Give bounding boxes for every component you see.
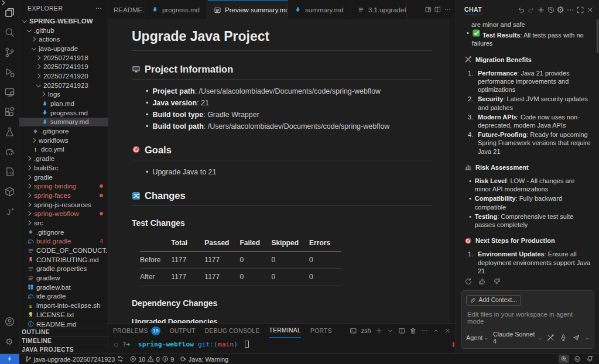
testing-icon[interactable] (0, 122, 19, 142)
undo-icon[interactable] (517, 6, 525, 14)
new-chat-icon[interactable] (537, 6, 545, 14)
tree-item-.gitignore[interactable]: .gitignore (19, 228, 108, 237)
search-icon[interactable] (0, 22, 19, 42)
shell-label[interactable]: zsh (361, 327, 371, 334)
source-control-icon[interactable] (0, 42, 19, 62)
tree-item-license.txt[interactable]: LICENSE.txt (19, 310, 108, 320)
tree-item-readme.md[interactable]: README.md (19, 320, 108, 328)
output-log-icon[interactable]: LOG (0, 162, 19, 181)
retry-icon[interactable] (464, 277, 473, 286)
tree-item-202507241918[interactable]: 202507241918 (19, 53, 108, 63)
terminal[interactable]: ○ ?➜ spring-webflow git:(main) (108, 338, 456, 353)
tab-progress.md[interactable]: progress.md (145, 0, 208, 19)
tree-item-build.gradle[interactable]: build.gradle4 (19, 237, 108, 246)
mic-icon[interactable] (559, 334, 567, 342)
kill-terminal-icon[interactable] (409, 327, 417, 335)
tab-preview-summary.md[interactable]: Preview summary.md× (208, 0, 288, 19)
chat-history-icon[interactable] (547, 6, 555, 14)
tree-item-code_of_conduct.adoc[interactable]: CODE_OF_CONDUCT.adoc (19, 246, 108, 255)
split-editor-icon[interactable] (434, 6, 441, 13)
panel-tab-terminal[interactable]: TERMINAL (269, 324, 301, 338)
sidebar-section-java-projects[interactable]: JAVA PROJECTS (19, 345, 108, 353)
maximize-panel-icon[interactable] (432, 327, 440, 335)
tree-item-spring-js-resources[interactable]: spring-js-resources (19, 200, 108, 210)
tree-item-workflows[interactable]: workflows (19, 136, 108, 145)
settings-icon[interactable]: ⚙ (0, 331, 19, 351)
sync-icon[interactable] (117, 355, 124, 363)
send-dropdown-icon[interactable]: ⌄ (585, 335, 589, 341)
preview-scrollbar[interactable] (450, 19, 456, 323)
branch-status[interactable]: java-upgrade-202507241923 (25, 355, 124, 363)
problems-status[interactable]: 10 0 9 (129, 355, 174, 363)
new-terminal-icon[interactable] (375, 327, 383, 335)
panel-tab-problems[interactable]: PROBLEMS19 (113, 324, 160, 338)
tools-icon[interactable] (546, 334, 554, 342)
remote-explorer-icon[interactable] (0, 82, 19, 102)
panel-tab-ports[interactable]: PORTS (310, 324, 332, 338)
chat-more-icon[interactable] (566, 6, 574, 14)
tree-item-contributing.md[interactable]: CONTRIBUTING.md (19, 255, 108, 265)
tree-item-logs[interactable]: logs (19, 90, 108, 99)
tree-item-spring-binding[interactable]: spring-binding (19, 181, 108, 191)
tree-item-progress.md[interactable]: progress.md (19, 108, 108, 118)
chat-expand-icon[interactable] (576, 6, 584, 14)
tree-item-summary.md[interactable]: summary.md (19, 118, 108, 127)
close-panel-icon[interactable] (444, 327, 451, 335)
tree-item-src[interactable]: src (19, 218, 108, 228)
run-debug-icon[interactable] (0, 62, 19, 82)
tree-item-buildsrc[interactable]: buildSrc (19, 163, 108, 173)
chat-tab[interactable]: CHAT (464, 4, 482, 15)
tree-item-spring-webflow[interactable]: spring-webflow (19, 209, 108, 218)
remote-indicator[interactable] (0, 354, 19, 364)
notifications-bell-icon[interactable] (586, 355, 594, 363)
tree-item-gradlew.bat[interactable]: gradlew.bat (19, 283, 108, 292)
tree-item-gradle.properties[interactable]: gradle.properties (19, 265, 108, 274)
tree-item-spring-webflow[interactable]: SPRING-WEBFLOW (19, 16, 108, 26)
tree-item-gradle[interactable]: gradle (19, 173, 108, 182)
chat-close-icon[interactable] (586, 6, 594, 14)
sidebar-section-timeline[interactable]: TIMELINE (19, 336, 108, 345)
tree-item-202507241919[interactable]: 202507241919 (19, 62, 108, 71)
tree-item-dco.yml[interactable]: !dco.yml (19, 145, 108, 154)
gradle-icon[interactable] (0, 142, 19, 162)
tree-item-202507241920[interactable]: 202507241920 (19, 71, 108, 81)
more-icon[interactable] (444, 6, 451, 13)
java-status[interactable]: Java: Warning (179, 355, 228, 363)
tree-item-actions[interactable]: actions (19, 35, 108, 44)
open-preview-icon[interactable] (425, 6, 432, 13)
panel-tab-output[interactable]: OUTPUT (170, 324, 196, 338)
zoom-in-button[interactable] (559, 355, 570, 363)
thumbs-down-icon[interactable] (492, 277, 501, 286)
tab-readme.md[interactable]: README.md (108, 0, 145, 19)
accounts-icon[interactable] (0, 311, 19, 331)
redo-icon[interactable] (527, 6, 535, 14)
thumbs-up-icon[interactable] (478, 277, 487, 286)
chat-input-placeholder[interactable]: Edit files in your workspace in agent mo… (466, 311, 589, 325)
chat-settings-icon[interactable]: ⚙ (557, 5, 564, 14)
chat-input[interactable]: Add Context... Edit files in your worksp… (461, 290, 594, 349)
feedback-smiley-icon[interactable] (574, 355, 581, 363)
extensions-icon[interactable] (0, 102, 19, 122)
panel-tab-debug-console[interactable]: DEBUG CONSOLE (205, 324, 260, 338)
explorer-icon[interactable] (0, 2, 19, 22)
tab-3.1.upgradeprojectusir[interactable]: 3.1.upgradeProjectUsir (351, 0, 407, 19)
send-button[interactable] (572, 334, 580, 342)
tree-item-.gitignore[interactable]: .gitignore (19, 126, 108, 136)
tree-item-.github[interactable]: .github (19, 26, 108, 35)
tree-item-spring-faces[interactable]: spring-faces (19, 191, 108, 200)
tab-summary.md[interactable]: summary.md (288, 0, 351, 19)
tree-item-gradlew[interactable]: gradlew (19, 273, 108, 283)
add-context-button[interactable]: Add Context... (466, 295, 521, 305)
tree-item-plan.md[interactable]: plan.md (19, 99, 108, 108)
terminal-dropdown-icon[interactable] (386, 327, 394, 335)
tree-item-.gradle[interactable]: .gradle (19, 154, 108, 163)
java-icon[interactable]: J (0, 201, 19, 221)
model-picker[interactable]: Claude Sonnet 4⌄ (493, 331, 542, 345)
mode-picker[interactable]: Agent⌄ (466, 334, 488, 341)
tree-item-import-into-eclipse.sh[interactable]: $import-into-eclipse.sh (19, 301, 108, 310)
chat-scrollbar[interactable] (597, 19, 598, 53)
explorer-more-icon[interactable] (95, 5, 102, 12)
tree-item-java-upgrade[interactable]: java-upgrade (19, 44, 108, 53)
panel-more-icon[interactable] (421, 327, 429, 335)
sidebar-section-outline[interactable]: OUTLINE (19, 328, 108, 336)
